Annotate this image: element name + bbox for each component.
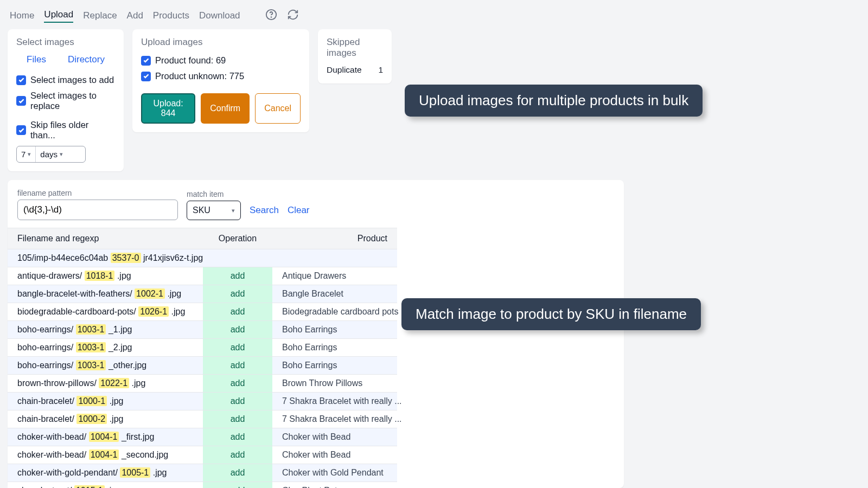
cell-product: Boho Earrings [272,320,397,338]
cell-operation: add [203,285,272,303]
nav-home[interactable]: Home [10,10,34,21]
refresh-icon[interactable] [287,9,299,23]
cell-operation: add [203,338,272,356]
filename-pattern-input[interactable] [17,200,178,220]
skipped-images-panel: Skipped images Duplicate1 [318,29,392,84]
chevron-down-icon: ▾ [60,151,63,158]
cell-filename: choker-with-bead/ 1004-1 _first.jpg [8,428,203,446]
cell-operation: add [203,410,272,428]
cell-filename: bangle-bracelet-with-feathers/ 1002-1 .j… [8,285,203,303]
cell-product: Boho Earrings [272,338,397,356]
pattern-label: filename pattern [17,189,178,197]
svg-point-1 [271,17,271,17]
cell-filename: choker-with-gold-pendant/ 1005-1 .jpg [8,464,203,481]
cell-product [272,249,397,267]
tab-files[interactable]: Files [27,54,46,65]
checkbox-skip-older[interactable] [16,125,26,135]
cell-filename: biodegradable-cardboard-pots/ 1026-1 .jp… [8,303,203,320]
cell-filename: 105/imp-b44ece6c04ab 3537-0 jr41xjisv6z-… [8,249,203,267]
cell-operation: add [203,428,272,446]
nav-products[interactable]: Products [153,10,189,21]
cell-product: Boho Earrings [272,356,397,374]
select-images-panel: Select images Files Directory Select ima… [8,29,124,171]
cell-product: Choker with Gold Pendant [272,464,397,481]
nav-upload[interactable]: Upload [44,9,73,23]
cell-product: 7 Shakra Bracelet with really ... [272,392,397,410]
cell-operation: add [203,267,272,285]
cell-product: Clay Plant Pot [272,481,397,488]
cancel-button[interactable]: Cancel [255,93,301,124]
cell-filename: choker-with-bead/ 1004-1 _second.jpg [8,446,203,464]
nav-replace[interactable]: Replace [83,10,117,21]
cell-product: 7 Shakra Bracelet with really ... [272,410,397,428]
product-found-label: Product found: 69 [155,55,226,66]
cell-filename: clay-plant-pot/ 1015-1 .jpg [8,481,203,488]
checkbox-replace[interactable] [16,96,26,106]
cell-filename: boho-earrings/ 1003-1 _2.jpg [8,338,203,356]
col-filename: Filename and regexp [8,228,203,249]
cell-product: Brown Throw Pillows [272,374,397,392]
checkbox-skip-older-label: Skip files older than... [30,120,115,140]
search-button[interactable]: Search [250,205,279,216]
cell-operation: add [203,374,272,392]
checkbox-replace-label: Select images to replace [30,91,115,111]
col-operation: Operation [203,228,272,249]
match-item-label: match item [187,190,241,198]
callout-upload-bulk: Upload images for multiple products in b… [405,85,703,117]
age-select[interactable]: 7▾ days▾ [16,146,86,163]
checkbox-product-unknown[interactable] [141,72,151,81]
help-icon[interactable] [265,9,277,23]
clear-button[interactable]: Clear [288,205,310,216]
match-item-select[interactable]: SKU▾ [187,201,241,220]
cell-product: Choker with Bead [272,446,397,464]
cell-product: Choker with Bead [272,428,397,446]
duplicate-label: Duplicate [327,65,362,75]
cell-operation: add [203,303,272,320]
product-unknown-label: Product unknown: 775 [155,71,244,81]
cell-product: Bangle Bracelet [272,285,397,303]
top-nav: Home Upload Replace Add Products Downloa… [0,0,868,27]
skipped-images-title: Skipped images [327,37,383,59]
cell-filename: boho-earrings/ 1003-1 _1.jpg [8,320,203,338]
callout-match-sku: Match image to product by SKU in filenam… [401,298,701,330]
cell-filename: antique-drawers/ 1018-1 .jpg [8,267,203,285]
chevron-down-icon: ▾ [28,151,31,158]
tab-directory[interactable]: Directory [68,54,105,65]
cell-operation: add [203,356,272,374]
duplicate-count: 1 [378,65,383,75]
cell-operation: add [203,481,272,488]
col-product: Product [272,228,397,249]
cell-product: Biodegradable cardboard pots [272,303,397,320]
cell-product: Antique Drawers [272,267,397,285]
match-table-panel: filename pattern match item SKU▾ Search … [8,180,624,488]
checkbox-add-label: Select images to add [30,75,114,85]
cell-operation: add [203,320,272,338]
checkbox-product-found[interactable] [141,56,151,66]
upload-images-panel: Upload images Product found: 69 Product … [132,29,309,132]
cell-filename: chain-bracelet/ 1000-2 .jpg [8,410,203,428]
cell-filename: chain-bracelet/ 1000-1 .jpg [8,392,203,410]
select-images-title: Select images [16,37,115,48]
cell-operation [203,249,272,267]
upload-button[interactable]: Upload: 844 [141,93,195,124]
confirm-button[interactable]: Confirm [201,93,250,124]
nav-download[interactable]: Download [199,10,240,21]
nav-add[interactable]: Add [127,10,143,21]
upload-images-title: Upload images [141,37,301,48]
cell-operation: add [203,392,272,410]
cell-operation: add [203,464,272,481]
cell-operation: add [203,446,272,464]
cell-filename: brown-throw-pillows/ 1022-1 .jpg [8,374,203,392]
chevron-down-icon: ▾ [232,207,235,214]
cell-filename: boho-earrings/ 1003-1 _other.jpg [8,356,203,374]
checkbox-add[interactable] [16,75,26,85]
